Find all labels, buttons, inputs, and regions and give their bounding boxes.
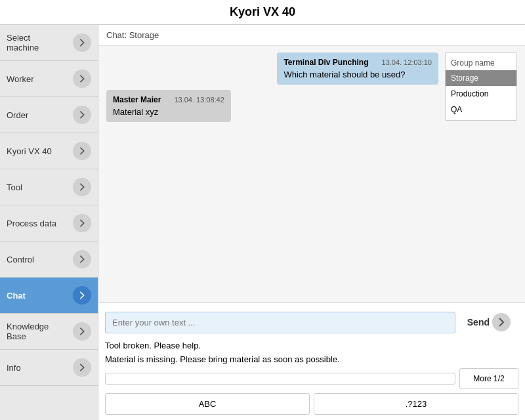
quick-reply-row-2: Material is missing. Please bring materi…: [105, 354, 518, 364]
keyboard-numeric[interactable]: .?123: [314, 393, 518, 415]
chevron-icon-control: [73, 250, 91, 268]
sidebar-item-info[interactable]: Info: [0, 350, 98, 386]
group-item-qa[interactable]: QA: [446, 102, 516, 117]
send-button[interactable]: Send: [459, 308, 518, 337]
message-msg1: Terminal Div Punching13.04. 12:03:10Whic…: [277, 52, 438, 85]
group-panel-title: Group name: [446, 56, 516, 70]
quick-reply-row-1: Tool broken. Please help.: [105, 341, 518, 350]
page-title: Kyori VX 40: [230, 5, 295, 18]
sidebar-label-select-machine: Select machine: [7, 33, 39, 52]
sidebar-label-order: Order: [7, 110, 28, 120]
send-icon: [492, 313, 511, 331]
sidebar: Select machineWorkerOrderKyori VX 40Tool…: [0, 25, 98, 420]
message-sender: Master Maier: [113, 95, 161, 104]
chat-area: Terminal Div Punching13.04. 12:03:10Whic…: [98, 46, 525, 302]
group-panel: Group name StorageProductionQA: [445, 52, 517, 121]
message-msg2: Master Maier13.04. 13:08:42Material xyz: [106, 90, 231, 122]
chevron-icon-info: [73, 358, 91, 377]
chevron-icon-select-machine: [73, 33, 91, 52]
group-item-production[interactable]: Production: [446, 86, 516, 102]
sidebar-item-kyori-vx40[interactable]: Kyori VX 40: [0, 133, 98, 169]
message-time: 13.04. 12:03:10: [382, 58, 432, 66]
action-btn-3[interactable]: More 1/2: [459, 368, 518, 389]
chevron-icon-worker: [73, 70, 91, 88]
sidebar-item-select-machine[interactable]: Select machine: [0, 25, 98, 61]
chevron-icon-knowledge-base: [73, 322, 91, 341]
sidebar-item-worker[interactable]: Worker: [0, 61, 98, 97]
send-label: Send: [467, 317, 490, 327]
chevron-icon-order: [73, 106, 91, 124]
sidebar-label-kyori-vx40: Kyori VX 40: [7, 146, 52, 156]
sidebar-label-tool: Tool: [7, 182, 22, 192]
keyboard-row: ABC .?123: [105, 393, 518, 415]
sidebar-label-chat: Chat: [7, 291, 26, 301]
keyboard-abc[interactable]: ABC: [105, 393, 310, 415]
input-area: Send Tool broken. Please help. Material …: [98, 302, 525, 420]
chevron-icon-tool: [73, 178, 91, 196]
sidebar-item-knowledge-base[interactable]: Knowledge Base: [0, 314, 98, 350]
chevron-icon-chat: [73, 286, 91, 304]
group-item-storage[interactable]: Storage: [446, 70, 516, 86]
sidebar-label-knowledge-base: Knowledge Base: [7, 322, 49, 341]
quick-reply-3[interactable]: [105, 373, 455, 385]
sidebar-label-worker: Worker: [7, 74, 34, 84]
sidebar-item-process-data[interactable]: Process data: [0, 205, 98, 242]
content-area: Chat: Storage Terminal Div Punching13.04…: [98, 25, 525, 420]
message-text: Material xyz: [113, 107, 224, 117]
sidebar-label-info: Info: [7, 363, 21, 373]
sidebar-item-chat[interactable]: Chat: [0, 278, 98, 314]
message-time: 13.04. 13:08:42: [174, 96, 224, 104]
chevron-icon-process-data: [73, 214, 91, 232]
sidebar-label-control: Control: [7, 255, 34, 264]
message-sender: Terminal Div Punching: [284, 58, 368, 67]
quick-reply-row-3: More 1/2: [105, 368, 518, 389]
message-text: Which material should be used?: [284, 70, 432, 79]
messages-list: Terminal Div Punching13.04. 12:03:10Whic…: [106, 52, 438, 295]
sidebar-item-tool[interactable]: Tool: [0, 169, 98, 205]
chevron-icon-kyori-vx40: [73, 142, 91, 160]
sidebar-label-process-data: Process data: [7, 219, 56, 228]
sidebar-item-order[interactable]: Order: [0, 97, 98, 133]
chat-label: Chat: Storage: [98, 25, 525, 46]
sidebar-item-control[interactable]: Control: [0, 242, 98, 278]
page-header: Kyori VX 40: [0, 0, 525, 25]
message-input[interactable]: [105, 312, 455, 333]
